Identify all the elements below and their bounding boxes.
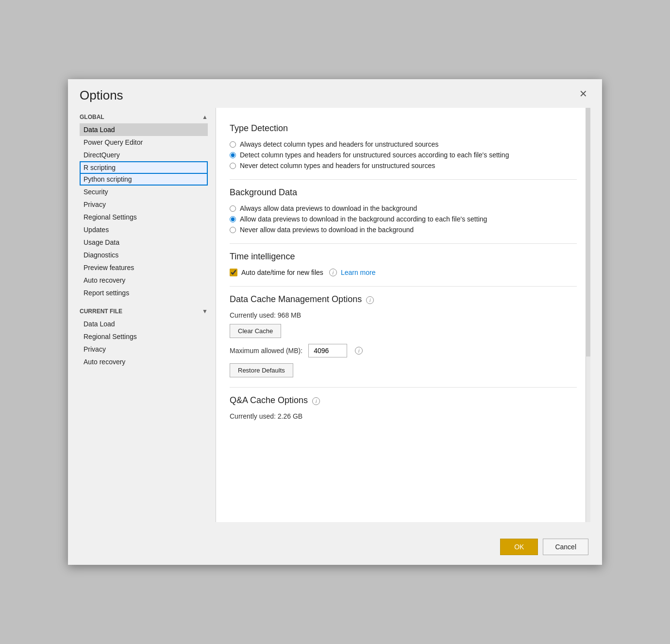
data-cache-info-icon: i <box>366 296 374 304</box>
background-data-section: Background Data Always allow data previe… <box>230 187 577 234</box>
background-data-label-never: Never allow data previews to download in… <box>240 226 414 234</box>
sidebar-item-updates[interactable]: Updates <box>80 223 208 236</box>
sidebar-item-power-query-editor[interactable]: Power Query Editor <box>80 136 208 149</box>
sidebar-item-r-scripting[interactable]: R scripting <box>80 161 208 174</box>
ok-button[interactable]: OK <box>500 539 538 555</box>
divider-4 <box>230 387 577 388</box>
max-allowed-input[interactable]: 4096 <box>308 344 347 357</box>
qa-cache-info-icon: i <box>312 397 320 405</box>
sidebar-item-preview-features[interactable]: Preview features <box>80 261 208 274</box>
auto-datetime-checkbox[interactable] <box>230 269 237 276</box>
main-content: Type Detection Always detect column type… <box>216 108 590 522</box>
sidebar: GLOBAL ▲ Data Load Power Query Editor Di… <box>80 108 216 522</box>
auto-datetime-label: Auto date/time for new files <box>241 269 323 276</box>
sidebar-item-report-settings[interactable]: Report settings <box>80 287 208 299</box>
qa-cache-title: Q&A Cache Options i <box>230 395 577 406</box>
max-allowed-row: Maximum allowed (MB): 4096 i <box>230 344 577 357</box>
type-detection-title: Type Detection <box>230 123 577 134</box>
time-intelligence-section: Time intelligence Auto date/time for new… <box>230 252 577 276</box>
max-allowed-label: Maximum allowed (MB): <box>230 347 302 355</box>
sidebar-item-regional-settings[interactable]: Regional Settings <box>80 211 208 223</box>
sidebar-item-data-load[interactable]: Data Load <box>80 123 208 136</box>
type-detection-radio-per-file[interactable] <box>230 152 236 158</box>
qa-cache-currently-used: Currently used: 2.26 GB <box>230 412 577 420</box>
data-cache-currently-used: Currently used: 968 MB <box>230 311 577 319</box>
type-detection-radio-group: Always detect column types and headers f… <box>230 140 577 169</box>
options-dialog: Options ✕ GLOBAL ▲ Data Load Power Query… <box>68 79 602 565</box>
title-bar: Options ✕ <box>68 79 602 108</box>
current-file-chevron[interactable]: ▼ <box>202 308 208 315</box>
dialog-footer: OK Cancel <box>68 532 602 565</box>
divider-2 <box>230 243 577 244</box>
max-allowed-info-icon: i <box>355 347 363 355</box>
background-data-radio-per-file[interactable] <box>230 216 236 222</box>
sidebar-item-cf-data-load[interactable]: Data Load <box>80 318 208 330</box>
qa-cache-section: Q&A Cache Options i Currently used: 2.26… <box>230 395 577 420</box>
sidebar-item-cf-regional-settings[interactable]: Regional Settings <box>80 330 208 343</box>
auto-datetime-info-icon: i <box>329 269 337 276</box>
learn-more-link[interactable]: Learn more <box>341 269 376 276</box>
restore-defaults-button[interactable]: Restore Defaults <box>230 363 293 377</box>
dialog-title: Options <box>80 88 123 103</box>
type-detection-section: Type Detection Always detect column type… <box>230 123 577 169</box>
time-intelligence-title: Time intelligence <box>230 252 577 262</box>
dialog-body: GLOBAL ▲ Data Load Power Query Editor Di… <box>68 108 602 532</box>
sidebar-item-security[interactable]: Security <box>80 186 208 198</box>
background-data-option-per-file[interactable]: Allow data previews to download in the b… <box>230 215 577 223</box>
background-data-label-always: Always allow data previews to download i… <box>240 204 417 212</box>
type-detection-option-never[interactable]: Never detect column types and headers fo… <box>230 162 577 169</box>
data-cache-section: Data Cache Management Options i Currentl… <box>230 294 577 377</box>
sidebar-item-cf-auto-recovery[interactable]: Auto recovery <box>80 356 208 368</box>
sidebar-item-diagnostics[interactable]: Diagnostics <box>80 249 208 261</box>
current-file-section-header: CURRENT FILE ▼ <box>80 308 208 315</box>
cancel-button[interactable]: Cancel <box>543 539 588 555</box>
divider-3 <box>230 286 577 287</box>
background-data-option-always[interactable]: Always allow data previews to download i… <box>230 204 577 212</box>
type-detection-label-never: Never detect column types and headers fo… <box>240 162 435 169</box>
scrollbar-track[interactable] <box>586 108 590 522</box>
background-data-option-never[interactable]: Never allow data previews to download in… <box>230 226 577 234</box>
background-data-radio-group: Always allow data previews to download i… <box>230 204 577 234</box>
close-button[interactable]: ✕ <box>576 88 590 100</box>
type-detection-radio-always[interactable] <box>230 141 236 148</box>
sidebar-item-privacy[interactable]: Privacy <box>80 198 208 211</box>
scrollbar-thumb[interactable] <box>586 108 590 356</box>
type-detection-radio-never[interactable] <box>230 163 236 169</box>
type-detection-label-per-file: Detect column types and headers for unst… <box>240 151 509 159</box>
background-data-radio-always[interactable] <box>230 205 236 212</box>
sidebar-item-python-scripting[interactable]: Python scripting <box>80 173 208 186</box>
sidebar-item-cf-privacy[interactable]: Privacy <box>80 343 208 356</box>
data-cache-title-text: Data Cache Management Options <box>230 294 362 304</box>
data-cache-title: Data Cache Management Options i <box>230 294 577 305</box>
sidebar-item-usage-data[interactable]: Usage Data <box>80 236 208 249</box>
type-detection-option-per-file[interactable]: Detect column types and headers for unst… <box>230 151 577 159</box>
global-label: GLOBAL <box>80 114 104 120</box>
global-section-header: GLOBAL ▲ <box>80 114 208 120</box>
type-detection-option-always[interactable]: Always detect column types and headers f… <box>230 140 577 148</box>
background-data-label-per-file: Allow data previews to download in the b… <box>240 215 487 223</box>
sidebar-item-auto-recovery[interactable]: Auto recovery <box>80 274 208 287</box>
divider-1 <box>230 179 577 180</box>
type-detection-label-always: Always detect column types and headers f… <box>240 140 438 148</box>
global-chevron[interactable]: ▲ <box>202 114 208 120</box>
background-data-radio-never[interactable] <box>230 227 236 233</box>
current-file-label: CURRENT FILE <box>80 308 122 315</box>
auto-datetime-row: Auto date/time for new files i Learn mor… <box>230 269 577 276</box>
background-data-title: Background Data <box>230 187 577 198</box>
clear-cache-button[interactable]: Clear Cache <box>230 324 281 338</box>
sidebar-item-direct-query[interactable]: DirectQuery <box>80 149 208 161</box>
qa-cache-title-text: Q&A Cache Options <box>230 395 308 405</box>
